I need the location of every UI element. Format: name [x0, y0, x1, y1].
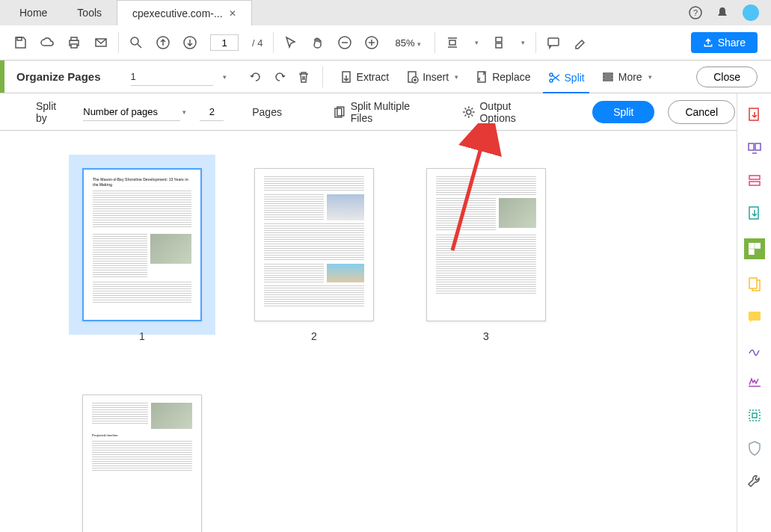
export-pdf-icon[interactable]: [746, 107, 763, 123]
page-thumbnail-4[interactable]: Projected timeline 4: [82, 395, 202, 532]
zoom-out-icon[interactable]: [338, 36, 351, 49]
tab-document[interactable]: cpexecutive.com-... ✕: [117, 0, 252, 25]
more-button[interactable]: More▾: [597, 67, 657, 87]
svg-rect-32: [749, 207, 758, 219]
svg-rect-28: [749, 143, 754, 150]
trash-icon[interactable]: [297, 70, 310, 84]
help-icon[interactable]: ?: [689, 6, 702, 19]
share-label: Share: [718, 37, 746, 49]
svg-rect-38: [749, 410, 760, 421]
svg-point-19: [550, 73, 553, 76]
svg-rect-22: [603, 76, 612, 78]
split-button[interactable]: Split: [543, 68, 589, 93]
avatar[interactable]: [743, 4, 759, 21]
svg-point-26: [467, 110, 471, 114]
thumbnail-label: 3: [483, 330, 489, 342]
active-panel-indicator: [0, 61, 4, 93]
right-tool-rail: [737, 93, 771, 532]
close-organize-button[interactable]: Close: [696, 66, 758, 87]
rotate-ccw-icon[interactable]: [249, 70, 262, 84]
fit-width-icon[interactable]: [446, 36, 459, 49]
svg-rect-36: [749, 278, 757, 288]
close-icon[interactable]: ✕: [229, 8, 236, 19]
svg-rect-14: [548, 38, 559, 46]
organize-title: Organize Pages: [16, 70, 101, 83]
comment-tool-icon[interactable]: [746, 309, 763, 325]
shield-icon[interactable]: [746, 440, 763, 457]
next-page-icon[interactable]: [183, 36, 197, 49]
split-method-select[interactable]: [83, 103, 180, 121]
more-icon: [601, 70, 615, 84]
svg-rect-4: [71, 37, 77, 40]
extract-button[interactable]: Extract: [335, 67, 394, 87]
export-icon[interactable]: [746, 205, 763, 222]
svg-rect-37: [749, 312, 761, 321]
page-thumbnail-1[interactable]: The Mason-d-Bay Shoreline Development: 1…: [82, 168, 202, 342]
hand-icon[interactable]: [311, 36, 325, 49]
organize-toolbar: Organize Pages ▾ Extract Insert▾ Replace…: [0, 61, 771, 93]
combine-icon[interactable]: [746, 276, 763, 292]
bell-icon[interactable]: [716, 6, 729, 19]
svg-rect-39: [752, 413, 757, 418]
protect-icon[interactable]: [746, 407, 763, 424]
svg-rect-35: [749, 250, 753, 254]
tab-document-label: cpexecutive.com-...: [132, 7, 223, 19]
page-number-input[interactable]: [210, 34, 239, 51]
scroll-mode-icon[interactable]: [492, 36, 506, 49]
replace-button[interactable]: Replace: [470, 67, 535, 87]
edit-pdf-icon[interactable]: [746, 173, 763, 189]
svg-rect-27: [749, 108, 758, 120]
sign-icon[interactable]: [746, 341, 763, 358]
scissors-icon: [547, 71, 561, 84]
split-multiple-files-button[interactable]: Split Multiple Files: [333, 100, 434, 124]
svg-rect-12: [496, 37, 502, 42]
search-icon[interactable]: [129, 36, 143, 49]
cancel-button[interactable]: Cancel: [668, 100, 735, 124]
print-icon[interactable]: [67, 36, 81, 49]
prev-page-icon[interactable]: [156, 36, 170, 49]
thumbnail-grid: The Mason-d-Bay Shoreline Development: 1…: [82, 168, 654, 532]
window-tabs: Home Tools cpexecutive.com-... ✕ ?: [0, 0, 771, 25]
pointer-icon[interactable]: [284, 36, 298, 49]
split-count-input[interactable]: [200, 103, 224, 121]
main-toolbar: / 4 85%▾ ▾ ▾ Share: [0, 25, 771, 61]
wrench-icon[interactable]: [746, 473, 763, 489]
chevron-down-icon[interactable]: ▾: [521, 39, 525, 46]
thumbnail-area: The Mason-d-Bay Shoreline Development: 1…: [0, 131, 737, 532]
create-pdf-icon[interactable]: [746, 140, 763, 156]
gear-icon: [462, 105, 476, 119]
zoom-in-icon[interactable]: [365, 36, 378, 49]
page-thumbnail-3[interactable]: 3: [426, 168, 546, 342]
save-icon[interactable]: [13, 36, 27, 49]
tab-home[interactable]: Home: [4, 0, 62, 25]
comment-icon[interactable]: [547, 36, 560, 49]
insert-button[interactable]: Insert▾: [401, 67, 463, 87]
replace-icon: [475, 70, 488, 84]
page-thumbnail-2[interactable]: 2: [254, 168, 374, 342]
rotate-cw-icon[interactable]: [273, 70, 286, 84]
highlight-icon[interactable]: [574, 36, 587, 49]
svg-rect-31: [749, 182, 760, 185]
svg-point-7: [131, 37, 138, 45]
svg-rect-23: [603, 79, 612, 81]
svg-rect-5: [71, 44, 77, 48]
split-by-label: Split by: [36, 100, 70, 124]
chevron-down-icon[interactable]: ▾: [475, 39, 479, 46]
files-icon: [333, 105, 346, 119]
pages-label: Pages: [252, 106, 282, 118]
svg-rect-33: [749, 244, 753, 248]
organize-pages-icon[interactable]: [744, 238, 765, 259]
insert-icon: [405, 70, 419, 84]
output-options-button[interactable]: Output Options: [462, 100, 549, 124]
thumbnail-label: 1: [139, 330, 145, 342]
share-button[interactable]: Share: [691, 32, 758, 53]
zoom-select[interactable]: 85%▾: [392, 36, 423, 50]
split-confirm-button[interactable]: Split: [592, 101, 654, 123]
redact-icon[interactable]: [746, 374, 763, 391]
cloud-icon[interactable]: [40, 36, 54, 49]
svg-rect-34: [755, 244, 759, 248]
tab-tools[interactable]: Tools: [62, 0, 117, 25]
svg-text:?: ?: [693, 8, 698, 17]
mail-icon[interactable]: [94, 36, 108, 49]
organize-page-select[interactable]: [131, 68, 213, 86]
